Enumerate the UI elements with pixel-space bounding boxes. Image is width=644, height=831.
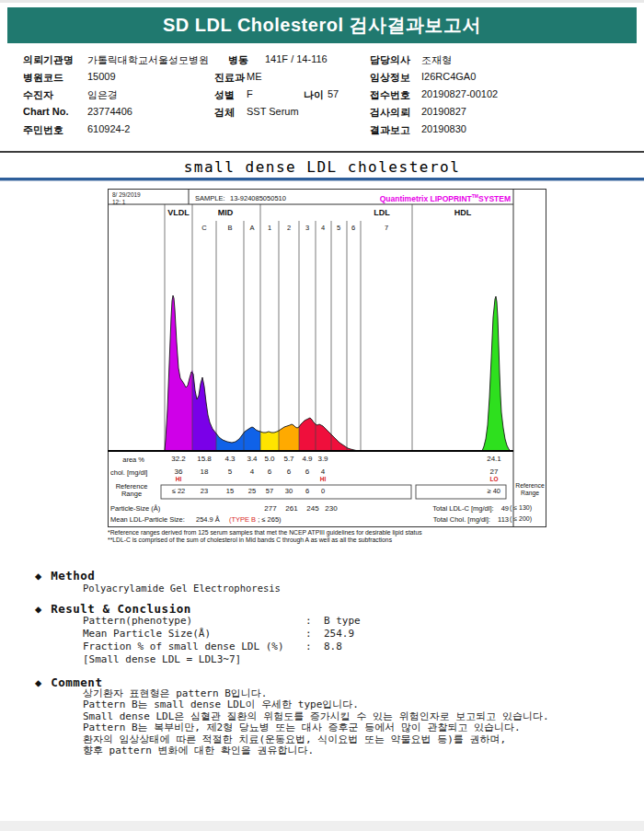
chol-value: 36 (175, 467, 183, 476)
field-label: 검사의뢰 (370, 106, 410, 120)
diamond-bullet-icon: ◆ (35, 676, 41, 689)
lane-sub-label: 7 (385, 224, 388, 232)
total-ldl-label: Total LDL-C [mg/dl]: (432, 504, 493, 513)
ref-row-label: Range (121, 490, 142, 498)
chol-value: 27 (490, 467, 499, 476)
area-row-label: area % (108, 456, 144, 464)
field-label: 병동 (228, 53, 248, 67)
total-ldl-value: 49 (501, 504, 509, 513)
field-value: 15009 (87, 71, 116, 82)
area-value: 3.4 (247, 455, 257, 463)
section-divider (0, 151, 644, 153)
ref-value: 25 (248, 487, 256, 495)
field-value: 20190827-00102 (421, 88, 498, 99)
result-note: [Small dense LDL = LDL3~7] (83, 653, 241, 665)
ref-value: ≤ 22 (172, 487, 186, 495)
lane-sub-label: A (249, 224, 254, 232)
top-strip (0, 0, 644, 3)
patient-row: 병원코드 15009 진료과 ME 임상정보 I26RC4GA0 (0, 71, 644, 86)
area-value: 4.3 (224, 455, 235, 463)
field-value: 20190830 (421, 123, 466, 134)
bottom-strip (0, 821, 644, 831)
brand-tm: TM (472, 193, 478, 199)
total-chol-label: Total Chol. [mg/dl]: (433, 515, 490, 524)
lane-sub-label: 1 (268, 224, 271, 232)
total-ldl-ref: ( ≤ 130) (510, 504, 546, 511)
method-body: Polyacrylamide Gel Electrophoresis (83, 583, 281, 594)
result-value: 8.8 (324, 641, 342, 652)
comment-line: 향후 pattern 변화에 대한 확인을 권유합니다. (83, 744, 314, 757)
field-value: F (247, 88, 253, 99)
field-value: 141F / 14-116 (265, 53, 328, 64)
field-label: Chart No. (23, 106, 69, 117)
mean-size-value: 254.9 Å (196, 515, 220, 524)
flag-lo: LO (489, 476, 498, 482)
field-label: 의뢰기관명 (23, 53, 74, 67)
area-value: 24.1 (487, 455, 501, 463)
ref-value: 57 (266, 487, 273, 495)
diamond-bullet-icon: ◆ (35, 603, 41, 616)
area-value: 4.9 (302, 455, 312, 463)
field-value: 조재형 (421, 53, 452, 67)
lane-sub-label: C (201, 224, 206, 232)
area-value: 5.0 (264, 455, 274, 463)
lane-sub-label: 2 (287, 224, 291, 232)
sample-label: SAMPLE: (195, 194, 225, 202)
result-row: Pattern(phenotype) : B type (0, 615, 644, 628)
field-label: 나이 (304, 88, 324, 102)
field-label: 수진자 (23, 88, 53, 102)
chol-value: 5 (228, 467, 232, 476)
area-value: 5.7 (283, 455, 293, 463)
particle-size-value: 277 (264, 504, 276, 513)
blue-divider (0, 178, 644, 181)
area-value: 32.2 (171, 455, 186, 463)
lane-sub-label: 6 (351, 224, 355, 232)
chol-value: 6 (305, 467, 309, 476)
field-label: 진료과 (214, 71, 245, 85)
psize-row-label: Particle-Size (Å) (110, 504, 160, 513)
ref-value: 6 (305, 487, 309, 495)
area-value: 15.8 (197, 455, 212, 463)
chol-row-label: chol. [mg/dl] (110, 468, 147, 477)
section-title: small dense LDL cholesterol (0, 158, 644, 176)
sample-value: 13-924085050510 (230, 194, 286, 202)
lane-group-hdl: HDL (454, 208, 472, 217)
field-label: 성별 (214, 88, 235, 102)
method-header: ◆Method (35, 566, 95, 583)
footnote: **LDL-C is comprised of the sum of chole… (108, 537, 392, 543)
result-label: Fraction % of small dense LDL (%) (83, 641, 284, 652)
field-label: 임상정보 (370, 71, 410, 85)
field-label: 담당의사 (370, 53, 410, 67)
result-title: Result & Conclusion (51, 602, 191, 616)
mean-size-type: (TYPE B (229, 515, 256, 524)
total-chol-row: Total Chol. [mg/dl]: 113 (411, 515, 509, 524)
field-value: 23774406 (87, 106, 132, 117)
mean-size-label: Mean LDL-Particle Size: (110, 515, 185, 524)
scan-date: 8/ 29/2019 (112, 191, 141, 198)
result-colon: : (305, 641, 312, 652)
brand-logo: Quantimetrix LIPOPRINTTMSYSTEM (380, 193, 511, 203)
lane-sub-label: B (227, 224, 232, 232)
patient-row: 수진자 임은경 성별 F 나이 57 접수번호 20190827-00102 (0, 88, 644, 103)
scan-time: 12: 1 (112, 199, 125, 205)
result-value: B type (324, 615, 361, 627)
lane-sub-label: 4 (321, 224, 325, 232)
field-value: 57 (328, 88, 339, 99)
field-label: 접수번호 (370, 88, 410, 102)
area-value: 3.9 (317, 455, 328, 463)
patient-row: Chart No. 23774406 검체 SST Serum 검사의뢰 201… (0, 106, 644, 121)
result-label: Pattern(phenotype) (83, 615, 192, 627)
ref-value: 30 (285, 487, 293, 495)
ref-row-label-right: Reference (515, 482, 544, 489)
ref-row-label-right: Range (521, 490, 539, 496)
particle-size-value: 245 (306, 504, 318, 513)
field-value: SST Serum (247, 106, 299, 117)
chol-value: 18 (201, 467, 209, 476)
field-value: 가톨릭대학교서울성모병원 (87, 53, 209, 67)
lane-group-mid: MID (218, 208, 234, 217)
total-chol-ref: ( ≤ 200) (510, 515, 546, 522)
result-label: Mean Particle Size(Å) (83, 628, 211, 640)
page-title: SD LDL Cholesterol 검사결과보고서 (7, 7, 637, 43)
field-value: 20190827 (421, 106, 466, 117)
patient-row: 의뢰기관명 가톨릭대학교서울성모병원 병동 141F / 14-116 담당의사… (0, 53, 644, 68)
